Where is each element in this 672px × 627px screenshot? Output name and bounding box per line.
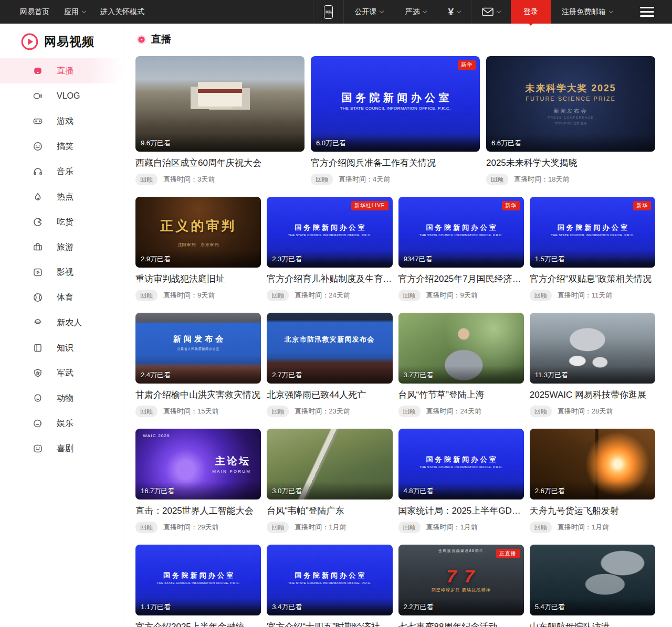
live-card[interactable]: 国务院新闻办公室THE STATE COUNCIL INFORMATION OF… — [398, 197, 524, 301]
video-title[interactable]: 甘肃介绍榆中山洪灾害救灾情况 — [135, 389, 261, 401]
video-title[interactable]: 台风“竹节草”登陆上海 — [398, 389, 524, 401]
video-title[interactable]: 官方介绍“双贴息”政策相关情况 — [530, 273, 655, 285]
video-title[interactable]: 北京强降雨已致44人死亡 — [267, 389, 392, 401]
sidebar-item-label: 娱乐 — [57, 418, 74, 429]
apps-menu[interactable]: 应用 — [64, 7, 86, 17]
netease-video-logo-icon — [20, 32, 39, 51]
phone-icon: 网易 — [324, 5, 333, 19]
live-card[interactable]: 9.6万已看 西藏自治区成立60周年庆祝大会 回顾 直播时间：3天前 — [135, 56, 304, 185]
video-thumbnail[interactable]: 北京市防汛救灾新闻发布会 2.7万已看 — [267, 313, 392, 384]
care-mode-link[interactable]: 进入关怀模式 — [100, 7, 144, 17]
live-time: 直播时间：3天前 — [163, 175, 215, 184]
live-card[interactable]: 新闻发布会甘肃省人民政府新闻办公室 2.4万已看 甘肃介绍榆中山洪灾害救灾情况 … — [135, 313, 261, 417]
yanxuan-menu[interactable]: 严选 — [394, 0, 437, 24]
video-title[interactable]: 官方介绍阅兵准备工作有关情况 — [311, 157, 480, 169]
video-thumbnail[interactable]: 国务院新闻办公室THE STATE COUNCIL INFORMATION OF… — [135, 545, 261, 615]
live-card[interactable]: 国务院新闻办公室THE STATE COUNCIL INFORMATION OF… — [135, 545, 261, 627]
video-title[interactable]: 直击：2025世界人工智能大会 — [135, 505, 261, 517]
brand-logo[interactable]: 网易视频 — [0, 24, 123, 58]
video-title[interactable]: 天舟九号货运飞船发射 — [530, 505, 655, 517]
live-card[interactable]: 正义的审判沈阳审判 东京审判 2.9万已看 重访审判战犯法庭旧址 回顾 直播时间… — [135, 197, 261, 301]
live-card[interactable]: 国务院新闻办公室THE STATE COUNCIL INFORMATION OF… — [311, 56, 480, 185]
video-thumbnail[interactable]: 正义的审判沈阳审判 东京审判 2.9万已看 — [135, 197, 261, 268]
video-thumbnail[interactable]: 国务院新闻办公室THE STATE COUNCIL INFORMATION OF… — [398, 429, 524, 500]
video-title[interactable]: 山东舰航母编队访港 — [530, 621, 655, 627]
video-title[interactable]: 重访审判战犯法庭旧址 — [135, 273, 261, 285]
video-title[interactable]: 官方介绍2025年7月国民经济运行情况 — [398, 273, 524, 285]
video-thumbnail[interactable]: 未来科学大奖 2025FUTURE SCIENCE PRIZE新闻发布会PRES… — [486, 56, 655, 152]
sidebar-item-food[interactable]: 吃货 — [0, 209, 123, 235]
live-card[interactable]: WAIC 2025主论坛MAIN FORUM 16.7万已看 直击：2025世界… — [135, 429, 261, 533]
live-time-value: 18天前 — [548, 175, 569, 183]
video-title[interactable]: 七七事变88周年纪念活动 — [398, 621, 524, 627]
live-card[interactable]: 国务院新闻办公室THE STATE COUNCIL INFORMATION OF… — [398, 429, 524, 533]
sidebar-item-sports[interactable]: 体育 — [0, 285, 123, 310]
live-card[interactable]: 国务院新闻办公室THE STATE COUNCIL INFORMATION OF… — [267, 545, 392, 627]
live-card[interactable]: 11.3万已看 2025WAIC 网易科技带你逛展 回顾 直播时间：28天前 — [530, 313, 655, 417]
sidebar-item-movies[interactable]: 影视 — [0, 260, 123, 285]
open-course-menu[interactable]: 公开课 — [343, 0, 394, 24]
video-title[interactable]: 西藏自治区成立60周年庆祝大会 — [135, 157, 304, 169]
sidebar-item-knowledge[interactable]: 知识 — [0, 335, 123, 360]
travel-icon — [33, 242, 43, 252]
video-title[interactable]: 官方介绍2025上半年金融统计数据... — [135, 621, 261, 627]
sidebar-item-vlog[interactable]: VLOG — [0, 83, 123, 109]
mobile-app-button[interactable]: 网易 — [313, 0, 343, 24]
video-title[interactable]: 国家统计局：2025上半年GDP同比... — [398, 505, 524, 517]
open-course-label: 公开课 — [354, 7, 376, 17]
video-title[interactable]: 2025未来科学大奖揭晓 — [486, 157, 655, 169]
live-card[interactable]: 国务院新闻办公室THE STATE COUNCIL INFORMATION OF… — [267, 197, 392, 301]
live-card[interactable]: 3.0万已看 台风“韦帕”登陆广东 回顾 直播时间：1月前 — [267, 429, 392, 533]
video-thumbnail[interactable]: WAIC 2025主论坛MAIN FORUM 16.7万已看 — [135, 429, 261, 500]
sidebar-item-live[interactable]: 直播 — [0, 58, 123, 83]
sidebar-item-music[interactable]: 音乐 — [0, 159, 123, 184]
video-thumbnail[interactable]: 3.0万已看 — [267, 429, 392, 500]
video-thumbnail[interactable]: 9.6万已看 — [135, 56, 304, 152]
video-thumbnail[interactable]: 国务院新闻办公室THE STATE COUNCIL INFORMATION OF… — [311, 56, 480, 152]
mail-menu[interactable] — [471, 0, 511, 24]
card-meta: 回顾 直播时间：3天前 — [135, 174, 304, 185]
sidebar-item-funny[interactable]: 搞笑 — [0, 134, 123, 159]
sidebar-item-military[interactable]: 军武 — [0, 360, 123, 386]
login-button[interactable]: 登录 — [511, 0, 551, 24]
card-meta: 回顾 直播时间：15天前 — [135, 406, 261, 417]
sidebar-item-farmers[interactable]: 新农人 — [0, 310, 123, 335]
live-card[interactable]: 国务院新闻办公室THE STATE COUNCIL INFORMATION OF… — [530, 197, 655, 301]
video-title[interactable]: 官方介绍育儿补贴制度及生育支持措施 — [267, 273, 392, 285]
hamburger-menu-icon[interactable] — [633, 0, 662, 24]
video-thumbnail[interactable]: 全民族抗战爆发88周年7 7回望峥嵘岁月 赓续抗战精神 正直播 2.2万已看 — [398, 545, 524, 615]
live-card[interactable]: 3.7万已看 台风“竹节草”登陆上海 回顾 直播时间：24天前 — [398, 313, 524, 417]
sidebar-item-games[interactable]: 游戏 — [0, 109, 123, 134]
live-card[interactable]: 全民族抗战爆发88周年7 7回望峥嵘岁月 赓续抗战精神 正直播 2.2万已看 七… — [398, 545, 524, 627]
video-thumbnail[interactable]: 国务院新闻办公室THE STATE COUNCIL INFORMATION OF… — [267, 197, 392, 268]
sidebar-item-trending[interactable]: 热点 — [0, 184, 123, 209]
register-mailbox-link[interactable]: 注册免费邮箱 — [551, 0, 623, 24]
live-card[interactable]: 北京市防汛救灾新闻发布会 2.7万已看 北京强降雨已致44人死亡 回顾 直播时间… — [267, 313, 392, 417]
live-card[interactable]: 未来科学大奖 2025FUTURE SCIENCE PRIZE新闻发布会PRES… — [486, 56, 655, 185]
video-thumbnail[interactable]: 2.6万已看 — [530, 429, 655, 500]
sidebar-item-entertainment[interactable]: 娱乐 — [0, 411, 123, 436]
sidebar-item-travel[interactable]: 旅游 — [0, 235, 123, 260]
video-thumbnail[interactable]: 5.4万已看 — [530, 545, 655, 615]
thumb-text: 国务院新闻办公室 — [424, 455, 498, 464]
live-time-prefix: 直播时间： — [163, 523, 197, 531]
live-card[interactable]: 5.4万已看 山东舰航母编队访港 回顾 直播时间：1月前 — [530, 545, 655, 627]
video-thumbnail[interactable]: 3.7万已看 — [398, 313, 524, 384]
sidebar-item-animals[interactable]: 动物 — [0, 386, 123, 411]
live-time-prefix: 直播时间： — [295, 291, 329, 299]
video-thumbnail[interactable]: 国务院新闻办公室THE STATE COUNCIL INFORMATION OF… — [398, 197, 524, 268]
hot-icon — [33, 192, 43, 202]
netease-home-link[interactable]: 网易首页 — [20, 7, 49, 17]
payment-menu[interactable]: ¥ — [437, 0, 471, 24]
video-title[interactable]: 2025WAIC 网易科技带你逛展 — [530, 389, 655, 401]
sidebar-item-comedy[interactable]: 喜剧 — [0, 436, 123, 461]
video-title[interactable]: 官方介绍“十四五”时期经济社会发展... — [267, 621, 392, 627]
live-card[interactable]: 2.6万已看 天舟九号货运飞船发射 回顾 直播时间：1月前 — [530, 429, 655, 533]
live-time-value: 3天前 — [197, 175, 215, 183]
sports-icon — [33, 292, 43, 303]
video-title[interactable]: 台风“韦帕”登陆广东 — [267, 505, 392, 517]
video-thumbnail[interactable]: 11.3万已看 — [530, 313, 655, 384]
video-thumbnail[interactable]: 国务院新闻办公室THE STATE COUNCIL INFORMATION OF… — [530, 197, 655, 268]
video-thumbnail[interactable]: 新闻发布会甘肃省人民政府新闻办公室 2.4万已看 — [135, 313, 261, 384]
video-thumbnail[interactable]: 国务院新闻办公室THE STATE COUNCIL INFORMATION OF… — [267, 545, 392, 615]
